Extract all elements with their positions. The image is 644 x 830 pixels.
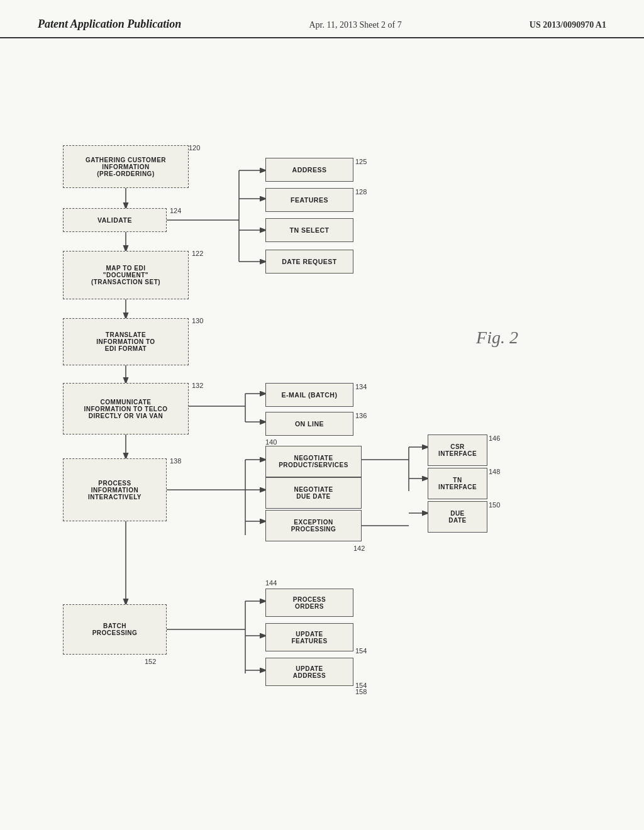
box-on-line: ON LINE [265, 412, 353, 436]
header: Patent Application Publication Apr. 11, … [0, 0, 644, 38]
box-negotiate-products: NEGOTIATE PRODUCT/SERVICES [265, 446, 362, 477]
sheet-info: Apr. 11, 2013 Sheet 2 of 7 [309, 18, 401, 30]
box-translate: TRANSLATE INFORMATION TO EDI FORMAT [63, 318, 189, 365]
ref-150: 150 [489, 501, 500, 509]
box-gathering: GATHERING CUSTOMER INFORMATION (PRE-ORDE… [63, 145, 189, 188]
ref-122: 122 [192, 250, 203, 257]
publication-title: Patent Application Publication [38, 18, 181, 31]
ref-138: 138 [170, 457, 181, 465]
box-features: FEATURES [265, 188, 353, 212]
ref-124: 124 [170, 207, 181, 214]
box-negotiate-due: NEGOTIATE DUE DATE [265, 477, 362, 509]
ref-125: 125 [355, 158, 367, 165]
box-tn-select: TN SELECT [265, 218, 353, 242]
ref-146: 146 [489, 434, 500, 442]
ref-134: 134 [355, 383, 367, 390]
ref-128: 128 [355, 188, 367, 196]
box-date-request: DATE REQUEST [265, 250, 353, 274]
box-address: ADDRESS [265, 158, 353, 182]
box-process-orders: PROCESS ORDERS [265, 589, 353, 617]
box-due-date: DUE DATE [428, 501, 487, 533]
ref-142: 142 [353, 545, 365, 552]
ref-154: 154 [355, 647, 367, 655]
box-exception: EXCEPTION PROCESSING [265, 510, 362, 541]
ref-140: 140 [265, 438, 277, 446]
ref-132: 132 [192, 382, 203, 389]
patent-number: US 2013/0090970 A1 [530, 18, 606, 30]
ref-130: 130 [192, 317, 203, 324]
box-validate: VALIDATE [63, 208, 167, 232]
ref-158: 158 [355, 688, 367, 695]
page: Patent Application Publication Apr. 11, … [0, 0, 644, 830]
ref-152: 152 [145, 658, 156, 665]
ref-136: 136 [355, 412, 367, 419]
ref-120: 120 [189, 144, 200, 152]
box-update-address: UPDATE ADDRESS [265, 658, 353, 686]
box-update-features: UPDATE FEATURES [265, 623, 353, 651]
box-process-interactive: PROCESS INFORMATION INTERACTIVELY [63, 458, 167, 521]
box-csr-interface: CSR INTERFACE [428, 434, 487, 466]
box-communicate: COMMUNICATE INFORMATION TO TELCO DIRECTL… [63, 383, 189, 434]
box-map-edi: MAP TO EDI "DOCUMENT" (TRANSACTION SET) [63, 251, 189, 299]
box-email-batch: E-MAIL (BATCH) [265, 383, 353, 407]
figure-label: Fig. 2 [476, 328, 518, 348]
diagram: GATHERING CUSTOMER INFORMATION (PRE-ORDE… [0, 38, 644, 818]
box-batch-processing: BATCH PROCESSING [63, 604, 167, 655]
ref-144: 144 [265, 579, 277, 587]
ref-148: 148 [489, 468, 500, 475]
box-tn-interface: TN INTERFACE [428, 468, 487, 499]
